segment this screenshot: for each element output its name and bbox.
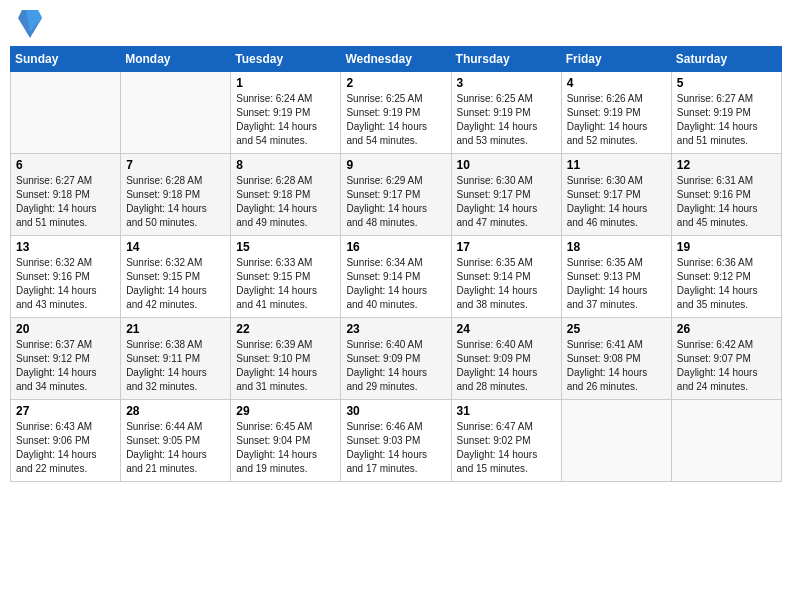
day-info: Sunrise: 6:30 AM Sunset: 9:17 PM Dayligh… bbox=[567, 174, 666, 230]
day-info: Sunrise: 6:28 AM Sunset: 9:18 PM Dayligh… bbox=[126, 174, 225, 230]
calendar-cell: 16Sunrise: 6:34 AM Sunset: 9:14 PM Dayli… bbox=[341, 236, 451, 318]
calendar-cell: 5Sunrise: 6:27 AM Sunset: 9:19 PM Daylig… bbox=[671, 72, 781, 154]
calendar-cell: 29Sunrise: 6:45 AM Sunset: 9:04 PM Dayli… bbox=[231, 400, 341, 482]
day-info: Sunrise: 6:32 AM Sunset: 9:16 PM Dayligh… bbox=[16, 256, 115, 312]
day-number: 24 bbox=[457, 322, 556, 336]
day-number: 6 bbox=[16, 158, 115, 172]
day-info: Sunrise: 6:28 AM Sunset: 9:18 PM Dayligh… bbox=[236, 174, 335, 230]
weekday-header-tuesday: Tuesday bbox=[231, 47, 341, 72]
logo-icon bbox=[18, 10, 42, 38]
calendar-cell: 25Sunrise: 6:41 AM Sunset: 9:08 PM Dayli… bbox=[561, 318, 671, 400]
calendar-cell: 11Sunrise: 6:30 AM Sunset: 9:17 PM Dayli… bbox=[561, 154, 671, 236]
calendar-cell bbox=[671, 400, 781, 482]
day-info: Sunrise: 6:25 AM Sunset: 9:19 PM Dayligh… bbox=[457, 92, 556, 148]
calendar-week-row: 1Sunrise: 6:24 AM Sunset: 9:19 PM Daylig… bbox=[11, 72, 782, 154]
calendar-week-row: 13Sunrise: 6:32 AM Sunset: 9:16 PM Dayli… bbox=[11, 236, 782, 318]
day-info: Sunrise: 6:39 AM Sunset: 9:10 PM Dayligh… bbox=[236, 338, 335, 394]
day-info: Sunrise: 6:41 AM Sunset: 9:08 PM Dayligh… bbox=[567, 338, 666, 394]
calendar-cell: 14Sunrise: 6:32 AM Sunset: 9:15 PM Dayli… bbox=[121, 236, 231, 318]
day-info: Sunrise: 6:38 AM Sunset: 9:11 PM Dayligh… bbox=[126, 338, 225, 394]
day-info: Sunrise: 6:31 AM Sunset: 9:16 PM Dayligh… bbox=[677, 174, 776, 230]
calendar-cell: 30Sunrise: 6:46 AM Sunset: 9:03 PM Dayli… bbox=[341, 400, 451, 482]
calendar-header-row: SundayMondayTuesdayWednesdayThursdayFrid… bbox=[11, 47, 782, 72]
page-header bbox=[10, 10, 782, 38]
calendar-cell: 22Sunrise: 6:39 AM Sunset: 9:10 PM Dayli… bbox=[231, 318, 341, 400]
day-number: 8 bbox=[236, 158, 335, 172]
calendar-cell: 26Sunrise: 6:42 AM Sunset: 9:07 PM Dayli… bbox=[671, 318, 781, 400]
day-info: Sunrise: 6:44 AM Sunset: 9:05 PM Dayligh… bbox=[126, 420, 225, 476]
calendar-table: SundayMondayTuesdayWednesdayThursdayFrid… bbox=[10, 46, 782, 482]
day-number: 1 bbox=[236, 76, 335, 90]
day-number: 13 bbox=[16, 240, 115, 254]
calendar-week-row: 27Sunrise: 6:43 AM Sunset: 9:06 PM Dayli… bbox=[11, 400, 782, 482]
day-info: Sunrise: 6:37 AM Sunset: 9:12 PM Dayligh… bbox=[16, 338, 115, 394]
day-number: 18 bbox=[567, 240, 666, 254]
calendar-cell: 19Sunrise: 6:36 AM Sunset: 9:12 PM Dayli… bbox=[671, 236, 781, 318]
day-number: 17 bbox=[457, 240, 556, 254]
day-number: 25 bbox=[567, 322, 666, 336]
day-number: 20 bbox=[16, 322, 115, 336]
weekday-header-friday: Friday bbox=[561, 47, 671, 72]
day-number: 28 bbox=[126, 404, 225, 418]
calendar-cell: 21Sunrise: 6:38 AM Sunset: 9:11 PM Dayli… bbox=[121, 318, 231, 400]
day-info: Sunrise: 6:32 AM Sunset: 9:15 PM Dayligh… bbox=[126, 256, 225, 312]
day-info: Sunrise: 6:30 AM Sunset: 9:17 PM Dayligh… bbox=[457, 174, 556, 230]
calendar-cell: 20Sunrise: 6:37 AM Sunset: 9:12 PM Dayli… bbox=[11, 318, 121, 400]
weekday-header-sunday: Sunday bbox=[11, 47, 121, 72]
weekday-header-monday: Monday bbox=[121, 47, 231, 72]
day-info: Sunrise: 6:26 AM Sunset: 9:19 PM Dayligh… bbox=[567, 92, 666, 148]
calendar-cell: 27Sunrise: 6:43 AM Sunset: 9:06 PM Dayli… bbox=[11, 400, 121, 482]
calendar-cell: 2Sunrise: 6:25 AM Sunset: 9:19 PM Daylig… bbox=[341, 72, 451, 154]
day-number: 31 bbox=[457, 404, 556, 418]
day-number: 27 bbox=[16, 404, 115, 418]
day-number: 11 bbox=[567, 158, 666, 172]
day-info: Sunrise: 6:29 AM Sunset: 9:17 PM Dayligh… bbox=[346, 174, 445, 230]
day-info: Sunrise: 6:34 AM Sunset: 9:14 PM Dayligh… bbox=[346, 256, 445, 312]
calendar-cell: 6Sunrise: 6:27 AM Sunset: 9:18 PM Daylig… bbox=[11, 154, 121, 236]
day-number: 7 bbox=[126, 158, 225, 172]
day-info: Sunrise: 6:45 AM Sunset: 9:04 PM Dayligh… bbox=[236, 420, 335, 476]
calendar-cell: 9Sunrise: 6:29 AM Sunset: 9:17 PM Daylig… bbox=[341, 154, 451, 236]
day-number: 2 bbox=[346, 76, 445, 90]
day-info: Sunrise: 6:27 AM Sunset: 9:19 PM Dayligh… bbox=[677, 92, 776, 148]
day-info: Sunrise: 6:42 AM Sunset: 9:07 PM Dayligh… bbox=[677, 338, 776, 394]
weekday-header-saturday: Saturday bbox=[671, 47, 781, 72]
day-number: 12 bbox=[677, 158, 776, 172]
weekday-header-thursday: Thursday bbox=[451, 47, 561, 72]
day-info: Sunrise: 6:40 AM Sunset: 9:09 PM Dayligh… bbox=[346, 338, 445, 394]
day-info: Sunrise: 6:33 AM Sunset: 9:15 PM Dayligh… bbox=[236, 256, 335, 312]
calendar-cell bbox=[11, 72, 121, 154]
calendar-cell bbox=[561, 400, 671, 482]
calendar-cell: 10Sunrise: 6:30 AM Sunset: 9:17 PM Dayli… bbox=[451, 154, 561, 236]
calendar-cell: 28Sunrise: 6:44 AM Sunset: 9:05 PM Dayli… bbox=[121, 400, 231, 482]
day-info: Sunrise: 6:24 AM Sunset: 9:19 PM Dayligh… bbox=[236, 92, 335, 148]
calendar-cell: 12Sunrise: 6:31 AM Sunset: 9:16 PM Dayli… bbox=[671, 154, 781, 236]
day-number: 19 bbox=[677, 240, 776, 254]
day-number: 30 bbox=[346, 404, 445, 418]
day-info: Sunrise: 6:27 AM Sunset: 9:18 PM Dayligh… bbox=[16, 174, 115, 230]
day-number: 16 bbox=[346, 240, 445, 254]
weekday-header-wednesday: Wednesday bbox=[341, 47, 451, 72]
day-number: 5 bbox=[677, 76, 776, 90]
calendar-cell: 4Sunrise: 6:26 AM Sunset: 9:19 PM Daylig… bbox=[561, 72, 671, 154]
day-info: Sunrise: 6:40 AM Sunset: 9:09 PM Dayligh… bbox=[457, 338, 556, 394]
day-info: Sunrise: 6:35 AM Sunset: 9:14 PM Dayligh… bbox=[457, 256, 556, 312]
calendar-cell: 24Sunrise: 6:40 AM Sunset: 9:09 PM Dayli… bbox=[451, 318, 561, 400]
calendar-cell: 3Sunrise: 6:25 AM Sunset: 9:19 PM Daylig… bbox=[451, 72, 561, 154]
logo bbox=[14, 10, 42, 38]
calendar-cell bbox=[121, 72, 231, 154]
calendar-cell: 18Sunrise: 6:35 AM Sunset: 9:13 PM Dayli… bbox=[561, 236, 671, 318]
calendar-week-row: 6Sunrise: 6:27 AM Sunset: 9:18 PM Daylig… bbox=[11, 154, 782, 236]
day-number: 10 bbox=[457, 158, 556, 172]
day-number: 21 bbox=[126, 322, 225, 336]
day-number: 14 bbox=[126, 240, 225, 254]
calendar-week-row: 20Sunrise: 6:37 AM Sunset: 9:12 PM Dayli… bbox=[11, 318, 782, 400]
day-info: Sunrise: 6:25 AM Sunset: 9:19 PM Dayligh… bbox=[346, 92, 445, 148]
day-info: Sunrise: 6:35 AM Sunset: 9:13 PM Dayligh… bbox=[567, 256, 666, 312]
calendar-cell: 1Sunrise: 6:24 AM Sunset: 9:19 PM Daylig… bbox=[231, 72, 341, 154]
calendar-cell: 23Sunrise: 6:40 AM Sunset: 9:09 PM Dayli… bbox=[341, 318, 451, 400]
day-number: 26 bbox=[677, 322, 776, 336]
day-number: 4 bbox=[567, 76, 666, 90]
day-info: Sunrise: 6:43 AM Sunset: 9:06 PM Dayligh… bbox=[16, 420, 115, 476]
calendar-cell: 7Sunrise: 6:28 AM Sunset: 9:18 PM Daylig… bbox=[121, 154, 231, 236]
